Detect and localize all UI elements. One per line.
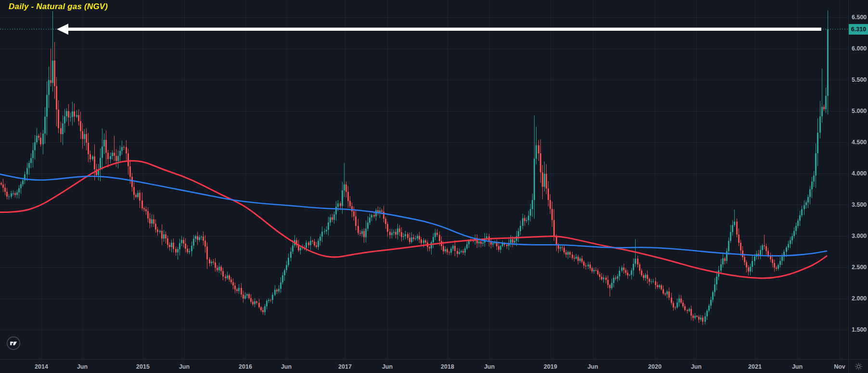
price-tick-label: 4.000 [852, 170, 867, 177]
price-tick-label: 2.000 [852, 295, 867, 302]
price-tick-label: 5.000 [852, 108, 867, 114]
time-tick-label: 2019 [544, 363, 557, 370]
time-tick-label: Jun [587, 363, 598, 370]
price-tick-label: 3.000 [852, 233, 867, 239]
time-tick-label: 2017 [338, 363, 352, 370]
tradingview-logo[interactable] [6, 336, 21, 350]
theme-sun-icon[interactable] [855, 362, 863, 371]
time-tick-label: Jun [179, 363, 190, 370]
time-tick-label: Jun [484, 363, 495, 370]
time-tick-label: 2016 [239, 363, 252, 370]
tradingview-logo-icon [6, 336, 21, 350]
price-tick-label: 3.500 [852, 201, 867, 208]
price-tick-label: 4.500 [852, 139, 867, 146]
time-tick-label: 2015 [136, 363, 150, 370]
time-tick-label: 2014 [35, 363, 48, 370]
time-tick-label: Jun [77, 363, 88, 370]
time-tick-label: Jun [382, 363, 393, 370]
time-tick-label: Jun [792, 363, 803, 370]
time-tick-label: Jun [281, 363, 292, 370]
time-tick-label: Nov [834, 363, 845, 370]
price-tick-label: 1.500 [852, 326, 867, 333]
price-tick-label: 6.000 [852, 45, 867, 52]
time-tick-label: 2018 [441, 363, 454, 370]
price-tick-label: 6.500 [852, 14, 867, 21]
chart-window: Daily - Natural gas (NGV) 6.5006.0005.50… [0, 0, 868, 373]
time-tick-label: 2020 [648, 363, 662, 370]
time-tick-label: Jun [691, 363, 702, 370]
chart-title: Daily - Natural gas (NGV) [9, 2, 108, 12]
time-axis[interactable]: 2014Jun2015Jun2016Jun2017Jun2018Jun2019J… [0, 359, 848, 373]
time-tick-label: 2021 [748, 363, 762, 370]
price-tick-label: 5.500 [852, 76, 867, 83]
price-tick-label: 2.500 [852, 264, 867, 271]
axis-corner [848, 359, 868, 373]
price-axis[interactable]: 6.5006.0005.5005.0004.5004.0003.5003.000… [848, 0, 868, 359]
price-chart-canvas[interactable] [0, 0, 848, 359]
last-price-label: 6.310 [849, 24, 868, 35]
